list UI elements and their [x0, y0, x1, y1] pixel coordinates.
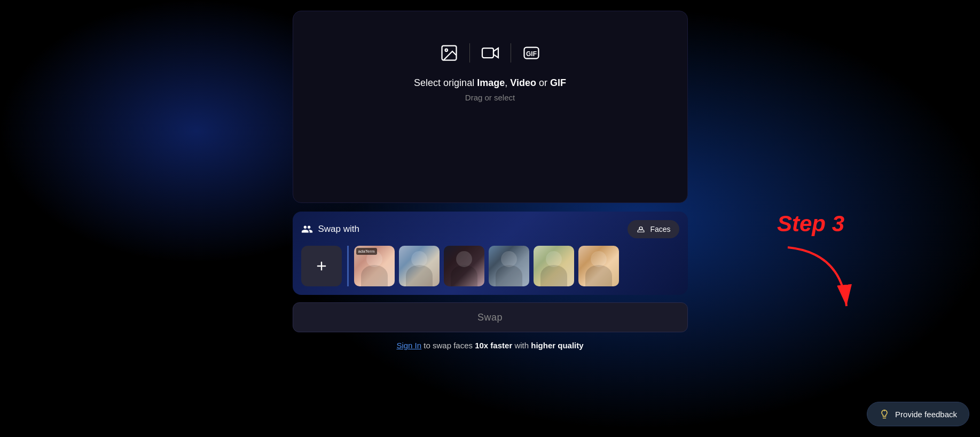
upload-main-text: Select original Image, Video or GIF [414, 77, 566, 89]
svg-marker-3 [493, 48, 498, 58]
swap-title: Swap with [301, 223, 359, 235]
step-arrow [777, 242, 863, 317]
signin-promo: Sign In to swap faces 10x faster with hi… [396, 341, 583, 350]
signin-prefix: to swap faces [424, 341, 475, 350]
video-icon [470, 43, 511, 63]
upload-area[interactable]: GIF Select original Image, Video or GIF … [293, 11, 688, 203]
feedback-label: Provide feedback [895, 410, 957, 419]
svg-rect-2 [482, 48, 493, 58]
faces-button[interactable]: Faces [628, 220, 679, 238]
feedback-button[interactable]: Provide feedback [867, 402, 969, 426]
plus-icon [314, 259, 329, 274]
sign-in-link[interactable]: Sign In [396, 341, 421, 350]
svg-point-1 [445, 49, 448, 52]
swap-button-container: Swap [293, 302, 688, 332]
bulb-icon [879, 409, 890, 419]
face-thumb-1[interactable]: adaTerm [354, 246, 395, 286]
face-thumb-4[interactable] [489, 246, 529, 286]
image-icon [429, 43, 469, 63]
swap-panel: Swap with Faces [293, 212, 688, 295]
signin-middle: with [512, 341, 531, 350]
svg-point-7 [639, 228, 640, 229]
face-watermark-1: adaTerm [356, 248, 377, 255]
face-thumb-3[interactable] [444, 246, 484, 286]
add-face-button[interactable] [301, 246, 342, 286]
face-thumbnails: adaTerm [347, 246, 679, 286]
svg-point-8 [642, 228, 643, 229]
faces-button-label: Faces [650, 225, 670, 233]
upload-sub-text: Drag or select [465, 93, 515, 102]
swap-button[interactable]: Swap [293, 302, 688, 332]
faces-row: adaTerm [301, 246, 679, 286]
face-thumb-5[interactable] [534, 246, 574, 286]
upload-icons: GIF [429, 43, 552, 63]
quality-label: higher quality [531, 341, 583, 350]
step-label: Step 3 [777, 211, 863, 237]
face-thumb-2[interactable] [399, 246, 440, 286]
swap-with-icon [301, 223, 313, 235]
swap-with-label: Swap with [318, 224, 359, 235]
step-annotation: Step 3 [777, 211, 863, 319]
main-container: GIF Select original Image, Video or GIF … [287, 0, 693, 437]
faces-button-icon [636, 224, 646, 234]
face-thumb-6[interactable] [578, 246, 619, 286]
gif-icon: GIF [511, 43, 552, 63]
faster-label: 10x faster [475, 341, 512, 350]
swap-header: Swap with Faces [301, 220, 679, 238]
svg-text:GIF: GIF [526, 50, 537, 58]
